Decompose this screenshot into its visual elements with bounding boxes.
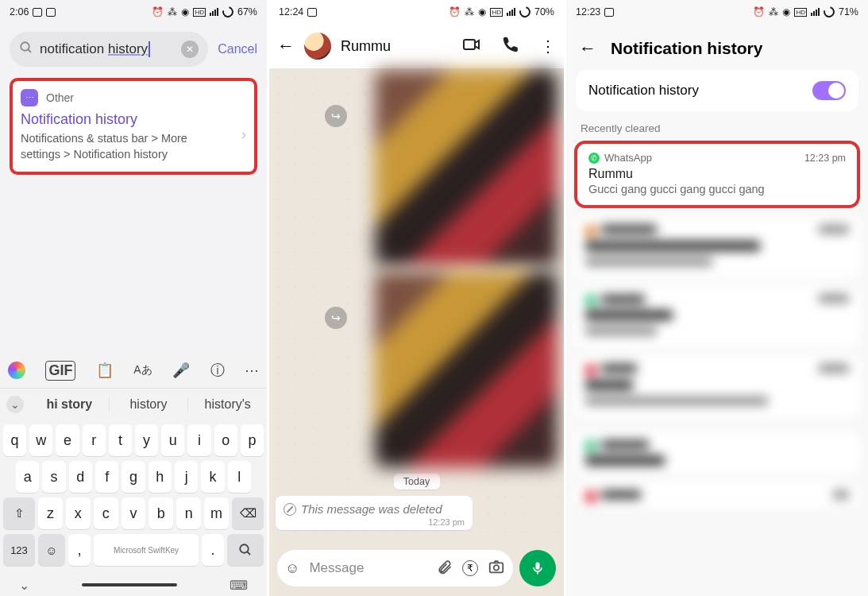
key-y[interactable]: y — [135, 424, 158, 456]
cancel-button[interactable]: Cancel — [218, 42, 257, 56]
mic-icon[interactable]: 🎤 — [172, 362, 190, 379]
prediction-1[interactable]: hi story — [30, 397, 110, 412]
key-e[interactable]: e — [56, 424, 79, 456]
key-t[interactable]: t — [109, 424, 132, 456]
key-s[interactable]: s — [42, 461, 65, 493]
notification-title: Rummu — [588, 167, 846, 181]
keyboard-switch-icon[interactable]: ⌨ — [230, 578, 248, 593]
forward-icon[interactable]: ↪ — [325, 307, 347, 329]
result-title: Notification history — [21, 111, 246, 128]
key-r[interactable]: r — [83, 424, 106, 456]
notification-item[interactable]: ✆ WhatsApp 12:23 pm Rummu Gucci gang guc… — [577, 144, 857, 205]
clipboard-icon[interactable]: 📋 — [96, 362, 114, 379]
key-b[interactable]: b — [149, 497, 173, 529]
notification-item[interactable] — [574, 355, 860, 417]
search-key[interactable] — [227, 534, 264, 566]
notification-item[interactable] — [574, 216, 860, 278]
gif-icon[interactable]: GIF — [45, 361, 75, 381]
avatar[interactable] — [304, 33, 331, 60]
more-icon[interactable]: ⋮ — [540, 37, 556, 56]
svg-rect-5 — [490, 563, 503, 572]
key-l[interactable]: l — [228, 461, 251, 493]
attach-icon[interactable] — [437, 559, 453, 579]
key-o[interactable]: o — [214, 424, 237, 456]
notification-app: WhatsApp — [604, 152, 800, 164]
key-n[interactable]: n — [176, 497, 201, 529]
nav-collapse-icon[interactable]: ⌄ — [19, 578, 29, 593]
page-title: Notification history — [611, 39, 762, 58]
key-v[interactable]: v — [122, 497, 146, 529]
screen-notification-history: 12:23 ⏰ ⁂ ◉ HD 71% ← Notification histor… — [566, 0, 868, 596]
data-icon — [517, 4, 532, 19]
copilot-icon[interactable] — [8, 362, 25, 379]
notification-message: Gucci gang gucci gang gucci gang — [588, 183, 846, 195]
collapse-button[interactable]: ⌄ — [0, 396, 30, 413]
video-call-icon[interactable] — [462, 35, 481, 58]
emoji-key[interactable]: ☺ — [38, 534, 65, 566]
key-d[interactable]: d — [69, 461, 92, 493]
period-key[interactable]: . — [202, 534, 224, 566]
space-key[interactable]: Microsoft SwiftKey — [94, 534, 199, 566]
backspace-key[interactable]: ⌫ — [232, 497, 264, 529]
status-bar: 12:24 ⏰ ⁂ ◉ HD 70% — [269, 0, 564, 24]
keyboard[interactable]: GIF 📋 Aあ 🎤 ⓘ ⋯ ⌄ hi story history histor… — [0, 353, 267, 596]
prediction-3[interactable]: history's — [188, 397, 267, 412]
search-result-item[interactable]: ⋯ Other Notification history Notificatio… — [10, 78, 257, 175]
clear-icon[interactable]: ✕ — [181, 41, 199, 58]
key-g[interactable]: g — [122, 461, 145, 493]
shift-key[interactable]: ⇧ — [3, 497, 35, 529]
notification-item[interactable] — [574, 432, 860, 474]
bluetooth-icon: ⁂ — [769, 6, 778, 17]
key-x[interactable]: x — [66, 497, 91, 529]
nav-pill[interactable] — [82, 583, 177, 586]
key-w[interactable]: w — [29, 424, 52, 456]
app-icon — [46, 8, 56, 17]
voice-call-icon[interactable] — [502, 36, 519, 57]
data-icon — [220, 4, 235, 19]
key-a[interactable]: a — [16, 461, 39, 493]
volte-icon: HD — [490, 8, 503, 17]
image-message[interactable] — [375, 272, 557, 467]
key-k[interactable]: k — [201, 461, 224, 493]
numbers-key[interactable]: 123 — [3, 534, 35, 566]
chat-name[interactable]: Rummu — [341, 38, 442, 55]
deleted-message[interactable]: This message was deleted 12:23 pm — [276, 496, 473, 530]
blocked-icon — [284, 503, 296, 516]
toggle-switch[interactable] — [812, 81, 846, 100]
payment-icon[interactable]: ₹ — [462, 560, 478, 576]
toggle-card[interactable]: Notification history — [576, 70, 858, 111]
key-m[interactable]: m — [204, 497, 229, 529]
keyboard-toolbar: GIF 📋 Aあ 🎤 ⓘ ⋯ — [0, 353, 267, 388]
chat-body[interactable]: ↪ ↪ Today This message was deleted 12:23… — [269, 68, 564, 540]
key-z[interactable]: z — [38, 497, 63, 529]
info-icon[interactable]: ⓘ — [210, 361, 225, 380]
forward-icon[interactable]: ↪ — [325, 105, 347, 127]
status-time: 2:06 — [10, 6, 29, 17]
key-f[interactable]: f — [95, 461, 118, 493]
image-message[interactable] — [375, 70, 557, 265]
search-input[interactable]: notification history ✕ — [10, 32, 208, 67]
notification-item[interactable] — [574, 482, 860, 507]
key-h[interactable]: h — [149, 461, 172, 493]
emoji-icon[interactable]: ☺ — [285, 560, 299, 577]
notification-item[interactable] — [574, 286, 860, 348]
back-icon[interactable]: ← — [579, 38, 596, 59]
key-c[interactable]: c — [94, 497, 118, 529]
key-i[interactable]: i — [187, 424, 210, 456]
mic-button[interactable] — [519, 550, 556, 586]
camera-icon[interactable] — [488, 558, 505, 579]
comma-key[interactable]: , — [68, 534, 91, 566]
back-icon[interactable]: ← — [277, 36, 295, 56]
app-icon — [604, 8, 614, 17]
more-icon[interactable]: ⋯ — [245, 362, 259, 379]
key-q[interactable]: q — [3, 424, 26, 456]
prediction-2[interactable]: history — [110, 397, 189, 412]
translate-icon[interactable]: Aあ — [133, 363, 152, 377]
svg-rect-4 — [464, 40, 475, 49]
key-u[interactable]: u — [161, 424, 184, 456]
search-row: notification history ✕ Cancel — [0, 24, 267, 78]
message-input[interactable]: ☺ Message ₹ — [277, 550, 513, 586]
key-p[interactable]: p — [241, 424, 264, 456]
key-j[interactable]: j — [175, 461, 198, 493]
svg-point-2 — [240, 544, 249, 553]
